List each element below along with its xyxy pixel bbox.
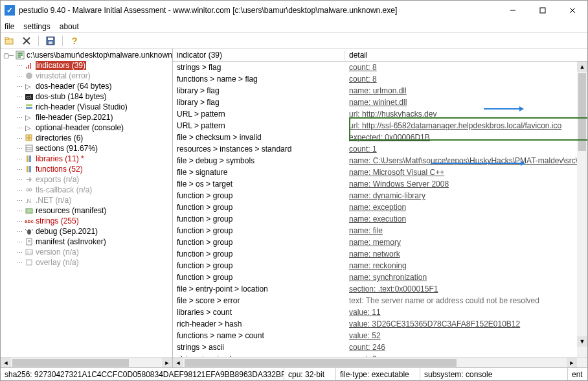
detail-link[interactable]: url: http://huskyhacks.dev (349, 110, 436, 119)
scroll-down-button[interactable]: ▼ (577, 336, 587, 347)
tree-item[interactable]: ⋯abcstrings (255) (2, 216, 172, 226)
tree-bullet-icon: ⋯ (16, 228, 23, 235)
tree-item[interactable]: ⋯manifest (asInvoker) (2, 237, 172, 247)
tree-item[interactable]: ⋯rich-header (Visual Studio) (2, 102, 172, 112)
scroll-thumb[interactable] (185, 359, 457, 367)
table-row[interactable]: file > os > targetname: Windows Server 2… (173, 178, 587, 190)
detail-link[interactable]: name: dynamic-library (349, 191, 425, 200)
detail-link[interactable]: value: 3D26CE315365D78C3AFA8F152E010B12 (349, 319, 520, 329)
scroll-up-button[interactable]: ▲ (577, 62, 587, 72)
detail-link[interactable]: name: reckoning (349, 261, 407, 270)
detail-link[interactable]: name: urlmon.dll (349, 86, 407, 95)
detail-link[interactable]: expected: 0x00006D1B (349, 133, 430, 142)
detail-link[interactable]: count: 8 (349, 75, 377, 84)
maximize-button[interactable] (528, 1, 558, 20)
table-row[interactable]: file > signaturename: Microsoft Visual C… (173, 167, 587, 178)
detail-link[interactable]: name: memory (349, 238, 401, 247)
table-row[interactable]: rich-header > hashvalue: 3D26CE315365D78… (173, 318, 587, 330)
scroll-left-button[interactable]: ◄ (173, 358, 183, 367)
scroll-thumb[interactable] (578, 73, 586, 151)
detail-link[interactable]: name: Windows Server 2008 (349, 179, 449, 189)
detail-link[interactable]: url: http://ssl-6582datamanager.helpdesk… (349, 121, 561, 130)
tree-item[interactable]: ⋯▷dos-header (64 bytes) (2, 81, 172, 91)
tree-item[interactable]: ⋯resources (manifest) (2, 205, 172, 216)
scroll-left-button[interactable]: ◄ (1, 358, 11, 367)
table-row[interactable]: function > groupname: reckoning (173, 260, 587, 271)
table-row[interactable]: strings > flagcount: 8 (173, 62, 587, 73)
table-row[interactable]: URL > patternurl: http://huskyhacks.dev (173, 108, 587, 120)
table-row[interactable]: libraries > countvalue: 11 (173, 306, 587, 318)
tree-item-label: file-header (Sep.2021) (36, 113, 113, 122)
detail-link[interactable]: name: Microsoft Visual C++ (349, 168, 444, 177)
table-row[interactable]: URL > patternurl: http://ssl-6582dataman… (173, 120, 587, 132)
tree-item[interactable]: ⋯exports (n/a) (2, 174, 172, 185)
tree-root[interactable]: ▢─ c:\users\bamur\desktop\malware.unknow… (2, 50, 172, 60)
minimize-button[interactable] (498, 1, 528, 20)
scroll-right-button[interactable]: ► (567, 358, 577, 367)
table-row[interactable]: file > entry-point > locationsection: .t… (173, 283, 587, 295)
close-button[interactable] (558, 1, 587, 20)
table-row[interactable]: function > groupname: file (173, 225, 587, 237)
detail-link[interactable]: value: 11 (349, 308, 381, 317)
table-vertical-scrollbar[interactable]: ▲ ▼ (577, 62, 587, 357)
expand-icon[interactable]: ▢─ (3, 52, 14, 59)
tree-item[interactable]: ⋯functions (52) (2, 164, 172, 174)
menu-settings[interactable]: settings (23, 22, 50, 31)
detail-link[interactable]: count: 246 (349, 343, 385, 352)
tree-item[interactable]: ⋯debug (Sep.2021) (2, 226, 172, 237)
table-row[interactable]: library > flagname: urlmon.dll (173, 85, 587, 97)
detail-link[interactable]: name: execution (349, 214, 406, 224)
detail-cell: name: network (345, 249, 587, 259)
table-row[interactable]: function > groupname: exception (173, 202, 587, 213)
menu-about[interactable]: about (60, 22, 79, 31)
table-horizontal-scrollbar[interactable]: ◄ ► (173, 357, 587, 367)
tree-item[interactable]: ⋯▷file-header (Sep.2021) (2, 112, 172, 122)
table-row[interactable]: file > checksum > invalidexpected: 0x000… (173, 132, 587, 143)
detail-link[interactable]: count: 8 (349, 63, 377, 72)
tree-item[interactable]: ⋯virustotal (error) (2, 71, 172, 81)
detail-link[interactable]: count: 1 (349, 144, 377, 154)
scroll-right-button[interactable]: ► (162, 358, 172, 367)
tree-horizontal-scrollbar[interactable]: ◄ ► (1, 357, 172, 367)
table-row[interactable]: strings > asciicount: 246 (173, 341, 587, 353)
tree-item[interactable]: ⋯tls-callback (n/a) (2, 185, 172, 195)
column-header-indicator[interactable]: indicator (39) (173, 51, 345, 60)
detail-link[interactable]: section: .text:0x000015F1 (349, 284, 438, 294)
tree-item[interactable]: ⋯c:\dos-stub (184 bytes) (2, 91, 172, 102)
detail-link[interactable]: name: exception (349, 203, 406, 212)
table-row[interactable]: resources > instances > standardcount: 1 (173, 143, 587, 155)
detail-link[interactable]: name: network (349, 249, 400, 259)
table-row[interactable]: file > debug > symbolsname: C:\Users\Mat… (173, 155, 587, 167)
open-file-icon[interactable] (5, 36, 15, 46)
detail-link[interactable]: value: 52 (349, 331, 381, 340)
save-icon[interactable] (45, 36, 56, 46)
table-row[interactable]: functions > name > countvalue: 52 (173, 330, 587, 341)
tree-item[interactable]: ⋯libraries (11) * (2, 154, 172, 164)
detail-link[interactable]: name: wininet.dll (349, 98, 407, 107)
detail-link[interactable]: name: synchronization (349, 273, 427, 282)
menu-file[interactable]: file (5, 22, 14, 31)
table-row[interactable]: functions > name > flagcount: 8 (173, 73, 587, 85)
tree-item[interactable]: ⋯sections (91.67%) (2, 143, 172, 154)
table-row[interactable]: function > groupname: dynamic-library (173, 190, 587, 202)
table-row[interactable]: function > groupname: execution (173, 213, 587, 225)
tree-item[interactable]: ⋯.N.NET (n/a) (2, 195, 172, 205)
tree-item[interactable]: ⋯1.0version (n/a) (2, 247, 172, 257)
table-row[interactable]: function > groupname: memory (173, 237, 587, 248)
tree-item[interactable]: ⋯directories (6) (2, 133, 172, 143)
tree-item[interactable]: ⋯overlay (n/a) (2, 257, 172, 268)
tree-item[interactable]: ⋯indicators (39) (2, 60, 172, 71)
tree-item-label: debug (Sep.2021) (36, 227, 98, 236)
tree-item[interactable]: ⋯▷optional-header (console) (2, 122, 172, 133)
table-row[interactable]: library > flagname: wininet.dll (173, 97, 587, 108)
help-icon[interactable]: ? (69, 36, 80, 46)
table-row[interactable]: function > groupname: synchronization (173, 271, 587, 283)
column-header-detail[interactable]: detail (345, 51, 587, 60)
close-file-icon[interactable] (21, 36, 32, 46)
table-row[interactable]: function > groupname: network (173, 248, 587, 260)
table-row[interactable]: file > score > errortext: The server nam… (173, 295, 587, 306)
svg-rect-30 (26, 145, 32, 152)
detail-link[interactable]: name: file (349, 226, 383, 235)
scroll-thumb[interactable] (12, 359, 129, 367)
tree-bullet-icon: ⋯ (16, 83, 23, 90)
